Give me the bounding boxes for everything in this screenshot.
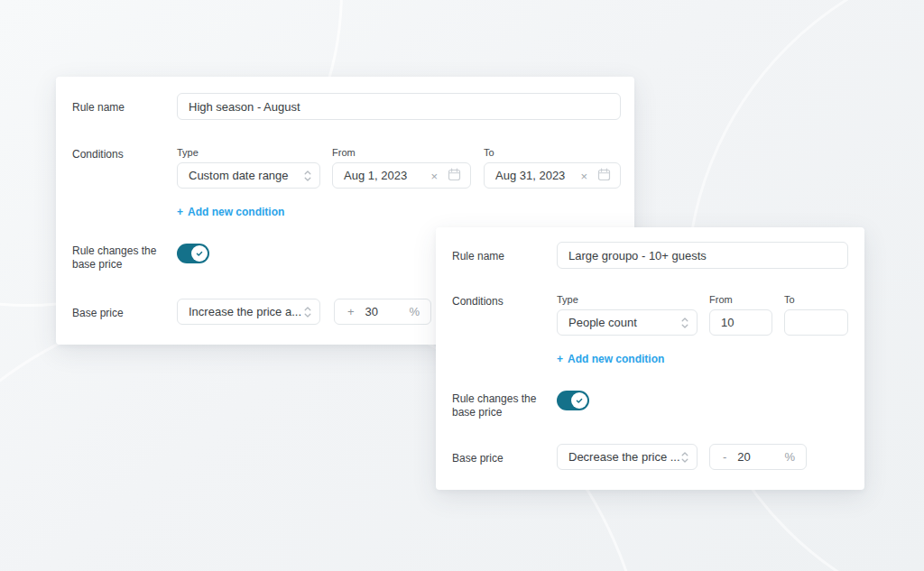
- type-label: Type: [177, 147, 320, 159]
- rule-changes-price-toggle[interactable]: [557, 391, 589, 410]
- rule-name-value: Large groupo - 10+ guests: [558, 249, 707, 262]
- chevron-updown-icon: [304, 306, 311, 318]
- toggle-knob-check-icon: [191, 245, 208, 262]
- rule-changes-price-label: Rule changes the base price: [72, 244, 179, 272]
- base-price-mode-select[interactable]: Increase the price a...: [177, 299, 320, 325]
- type-label: Type: [557, 294, 698, 306]
- date-from-input[interactable]: Aug 1, 2023 ×: [332, 162, 471, 189]
- rule-name-input[interactable]: Large groupo - 10+ guests: [557, 242, 848, 269]
- condition-type-select[interactable]: Custom date range: [177, 162, 320, 189]
- clear-date-icon[interactable]: ×: [430, 170, 438, 181]
- add-condition-link[interactable]: +Add new condition: [557, 353, 664, 365]
- chevron-updown-icon: [304, 170, 311, 182]
- condition-from-group: From Aug 1, 2023 ×: [332, 147, 471, 189]
- condition-type-value: People count: [558, 316, 637, 329]
- base-price-mode-value: Increase the price a...: [178, 305, 301, 318]
- condition-from-group: From 10: [709, 294, 772, 336]
- conditions-label: Conditions: [72, 148, 124, 161]
- add-condition-label: Add new condition: [188, 206, 284, 218]
- condition-type-group: Type People count: [557, 294, 698, 336]
- price-adjustment-input[interactable]: + 30 %: [334, 299, 431, 325]
- base-price-label: Base price: [72, 307, 124, 320]
- from-label: From: [332, 147, 471, 159]
- price-adjustment-input[interactable]: - 20 %: [709, 444, 807, 470]
- percent-unit: %: [409, 305, 420, 318]
- to-label: To: [484, 147, 621, 159]
- base-price-mode-value: Decrease the price ...: [558, 450, 680, 464]
- date-to-input[interactable]: Aug 31, 2023 ×: [484, 162, 621, 189]
- to-label: To: [784, 294, 848, 306]
- condition-type-select[interactable]: People count: [557, 309, 698, 336]
- adjustment-sign: -: [723, 450, 726, 464]
- rule-changes-price-label: Rule changes the base price: [452, 392, 559, 419]
- condition-type-group: Type Custom date range: [177, 147, 320, 189]
- count-from-input[interactable]: 10: [709, 309, 772, 336]
- from-label: From: [709, 294, 772, 306]
- adjustment-amount: 20: [737, 450, 750, 464]
- condition-to-group: To: [784, 294, 848, 336]
- conditions-label: Conditions: [452, 295, 504, 309]
- adjustment-sign: +: [347, 305, 355, 318]
- toggle-knob-check-icon: [571, 392, 587, 409]
- date-to-value: Aug 31, 2023: [485, 169, 565, 182]
- rule-name-label: Rule name: [452, 250, 504, 263]
- add-condition-link[interactable]: +Add new condition: [177, 206, 284, 218]
- rule-name-value: High season - August: [178, 100, 300, 114]
- count-to-input[interactable]: [784, 309, 848, 336]
- chevron-updown-icon: [681, 317, 688, 329]
- rule-name-input[interactable]: High season - August: [177, 93, 621, 120]
- clear-date-icon[interactable]: ×: [580, 170, 587, 181]
- chevron-updown-icon: [681, 451, 688, 464]
- add-condition-label: Add new condition: [568, 353, 664, 365]
- count-from-value: 10: [710, 316, 734, 329]
- base-price-mode-select[interactable]: Decrease the price ...: [557, 444, 698, 470]
- base-price-label: Base price: [452, 452, 504, 465]
- adjustment-amount: 30: [365, 305, 378, 318]
- date-from-value: Aug 1, 2023: [333, 169, 407, 182]
- rule-changes-price-toggle[interactable]: [177, 244, 209, 263]
- rule-name-label: Rule name: [72, 101, 125, 115]
- plus-icon: +: [177, 206, 183, 218]
- calendar-icon[interactable]: [448, 168, 461, 184]
- condition-type-value: Custom date range: [178, 169, 289, 182]
- pricing-rule-card-large-group: Rule name Large groupo - 10+ guests Cond…: [436, 227, 864, 490]
- percent-unit: %: [784, 450, 795, 464]
- calendar-icon[interactable]: [597, 168, 611, 184]
- condition-to-group: To Aug 31, 2023 ×: [484, 147, 621, 189]
- plus-icon: +: [557, 353, 563, 365]
